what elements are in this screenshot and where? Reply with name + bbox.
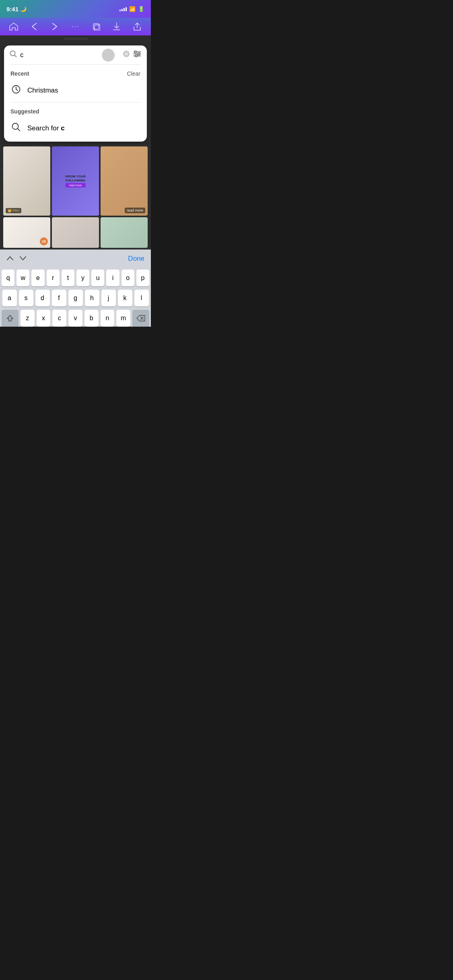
grid-row-2: 15: [0, 217, 151, 249]
recent-item-label: Christmas: [27, 86, 58, 95]
key-l[interactable]: l: [134, 290, 149, 307]
grid-cell-3: read more: [101, 146, 148, 216]
notch-bar: [64, 38, 88, 40]
read-more-label: read more: [125, 208, 145, 213]
grid-cell2-3: [101, 217, 148, 248]
recent-item-christmas[interactable]: Christmas: [4, 81, 147, 100]
key-u[interactable]: u: [91, 270, 104, 286]
svg-point-8: [138, 53, 140, 55]
search-clear-button[interactable]: [123, 50, 130, 60]
key-a[interactable]: a: [2, 290, 17, 307]
browser-toolbar: ···: [0, 18, 151, 35]
key-p[interactable]: p: [136, 270, 149, 286]
delete-key[interactable]: [132, 310, 149, 327]
arrow-up-button[interactable]: [6, 254, 14, 263]
status-icons: 📶 🔋: [119, 6, 144, 12]
notch-wrap: [0, 35, 151, 42]
key-q[interactable]: q: [2, 270, 14, 286]
grid-cell2-1: 15: [3, 217, 50, 248]
content-area: Recent Clear Christmas Suggested: [0, 35, 151, 249]
grid-cell-2-overlay: GROW YOURFOLLOWING read more: [65, 175, 86, 187]
suggested-item-search-c[interactable]: Search for c: [4, 119, 147, 138]
home-button[interactable]: [6, 19, 21, 34]
key-c[interactable]: c: [52, 310, 66, 327]
keyboard-row-3: z x c v b n m: [0, 310, 151, 327]
suggested-label: Suggested: [10, 108, 39, 115]
done-button[interactable]: Done: [128, 255, 144, 263]
moon-icon: 🌙: [20, 6, 27, 12]
svg-point-9: [136, 55, 138, 57]
key-r[interactable]: r: [47, 270, 60, 286]
grid-cell-2: GROW YOURFOLLOWING read more: [52, 146, 99, 216]
forward-button[interactable]: [47, 19, 62, 34]
key-o[interactable]: o: [121, 270, 134, 286]
key-j[interactable]: j: [101, 290, 116, 307]
key-h[interactable]: h: [85, 290, 99, 307]
search-suggestion-icon: [10, 123, 22, 134]
key-v[interactable]: v: [68, 310, 82, 327]
pro-badge: 👑 PRO: [6, 208, 21, 213]
key-i[interactable]: i: [106, 270, 119, 286]
svg-point-11: [12, 124, 19, 130]
grid-cell2-2: [52, 217, 99, 248]
svg-point-7: [135, 51, 137, 53]
status-time: 9:41 🌙: [6, 6, 27, 12]
suggested-header: Suggested: [4, 105, 147, 119]
key-e[interactable]: e: [31, 270, 44, 286]
recent-header: Recent Clear: [4, 70, 147, 81]
key-z[interactable]: z: [21, 310, 35, 327]
back-button[interactable]: [27, 19, 41, 34]
dots-icon: ···: [72, 23, 79, 30]
avatar: [102, 49, 115, 62]
search-icon: [10, 50, 17, 60]
key-m[interactable]: m: [116, 310, 130, 327]
key-n[interactable]: n: [101, 310, 115, 327]
keyboard-accessory-bar: Done: [0, 249, 151, 267]
shift-key[interactable]: [2, 310, 19, 327]
share-button[interactable]: [130, 19, 144, 34]
arrow-buttons: [6, 254, 27, 263]
key-b[interactable]: b: [84, 310, 99, 327]
search-overlay: Recent Clear Christmas Suggested: [4, 45, 147, 142]
signal-bars-icon: [119, 6, 127, 11]
wifi-icon: 📶: [129, 6, 136, 12]
filter-button[interactable]: [133, 50, 141, 60]
key-k[interactable]: k: [118, 290, 132, 307]
download-button[interactable]: [109, 19, 124, 34]
battery-icon: 🔋: [138, 6, 144, 12]
key-y[interactable]: y: [76, 270, 89, 286]
clock-icon: [10, 85, 22, 96]
more-button[interactable]: ···: [68, 19, 82, 34]
recent-label: Recent: [10, 70, 29, 77]
key-x[interactable]: x: [37, 310, 51, 327]
time-label: 9:41: [6, 6, 19, 12]
keyboard-row-2: a s d f g h j k l: [0, 290, 151, 307]
suggested-item-label: Search for c: [27, 124, 65, 132]
grid-row-1: 👑 PRO GROW YOURFOLLOWING read more read …: [0, 145, 151, 217]
key-s[interactable]: s: [19, 290, 33, 307]
svg-rect-0: [93, 24, 99, 29]
svg-rect-1: [95, 25, 100, 31]
search-suggestions: Recent Clear Christmas Suggested: [4, 65, 147, 142]
key-w[interactable]: w: [16, 270, 29, 286]
keyboard: q w e r t y u i o p a s d f g h j k l z …: [0, 267, 151, 327]
key-g[interactable]: g: [68, 290, 83, 307]
tabs-button[interactable]: [89, 19, 103, 34]
search-input-row: [4, 45, 147, 64]
grid-cell-1: 👑 PRO: [3, 146, 50, 216]
arrow-down-button[interactable]: [19, 254, 27, 263]
key-d[interactable]: d: [35, 290, 50, 307]
status-bar: 9:41 🌙 📶 🔋: [0, 0, 151, 18]
key-t[interactable]: t: [62, 270, 74, 286]
key-f[interactable]: f: [52, 290, 66, 307]
keyboard-row-1: q w e r t y u i o p: [0, 270, 151, 286]
clear-button[interactable]: Clear: [127, 70, 140, 77]
num-badge: 15: [40, 237, 48, 245]
